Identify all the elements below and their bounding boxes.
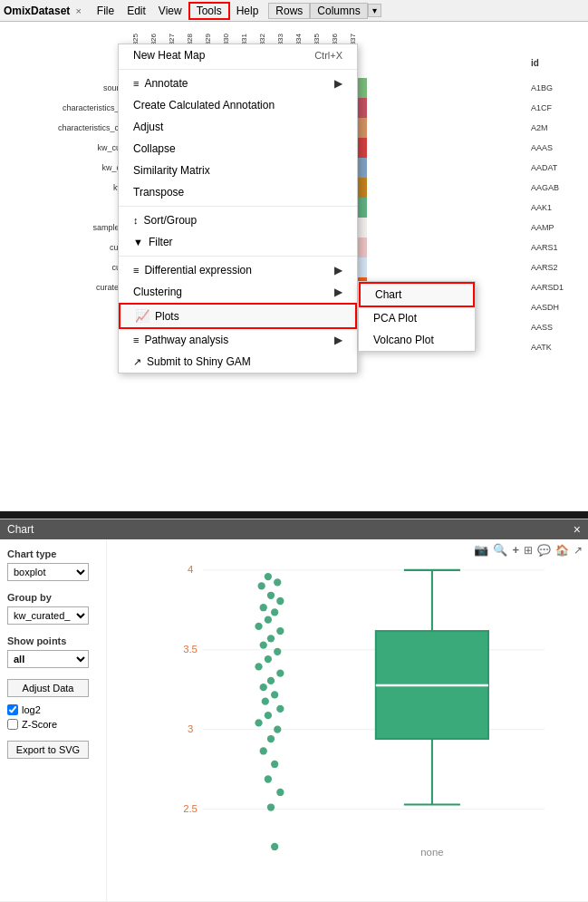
app-title: OmixDataset [4,5,70,17]
dropdown-item-create-annotation[interactable]: Create Calculated Annotation [119,94,357,116]
chart-panel: Chart × Chart type boxplot violin bar Gr… [0,519,588,901]
dropdown-item-shiny[interactable]: ↗Submit to Shiny GAM [119,351,357,373]
log2-label: log2 [22,704,41,715]
row-label: source [0,78,131,98]
svg-point-30 [255,719,262,726]
svg-point-16 [255,623,262,630]
svg-point-37 [267,803,275,810]
group-by-control-group: kw_curated_ [7,606,99,625]
dropdown-item-newheatmap[interactable]: New Heat Map Ctrl+X [119,44,357,66]
row-labels: source characteristics_ch characteristic… [0,78,131,297]
svg-point-28 [276,705,284,713]
svg-point-32 [267,735,275,742]
row-label: curat [0,238,131,257]
row-label: characteristics_ch1 [0,118,131,138]
show-points-control-group: all none outliers [7,650,99,668]
dropdown-item-similarity[interactable]: Similarity Matrix [119,160,357,181]
svg-point-13 [260,604,267,611]
plus-icon[interactable]: + [512,543,519,557]
log2-checkbox[interactable] [7,704,18,715]
menu-file[interactable]: File [91,4,120,18]
chart-area: 📷 🔍 + ⊞ 💬 🏠 ↗ 4 3.5 3 2.5 [107,539,588,902]
svg-point-10 [258,582,265,589]
export-svg-button[interactable]: Export to SVG [7,741,89,759]
chart-toolbar: 📷 🔍 + ⊞ 💬 🏠 ↗ [474,543,583,557]
menu-columns[interactable]: Columns [310,3,367,19]
svg-point-23 [276,669,284,676]
dropdown-item-clustering[interactable]: Clustering ▶ [119,281,357,303]
row-label: g [0,198,131,218]
show-points-label: Show points [7,635,99,646]
separator-bar [0,511,588,519]
row-label: kw_cur [0,158,131,178]
svg-point-29 [265,712,272,719]
svg-point-17 [276,627,284,635]
comment-icon[interactable]: 💬 [537,544,551,557]
dropdown-item-filter[interactable]: ▼Filter [119,231,357,253]
menu-tools[interactable]: Tools [188,2,230,20]
menu-help[interactable]: Help [230,4,265,18]
svg-point-11 [267,592,275,599]
row-label: sample_c [0,218,131,238]
dropdown-item-transpose[interactable]: Transpose [119,181,357,203]
svg-point-14 [271,608,278,616]
chart-body: Chart type boxplot violin bar Group by k… [0,539,588,902]
svg-point-21 [265,655,272,663]
chart-type-control-group: boxplot violin bar [7,563,99,581]
svg-point-34 [271,761,278,768]
menu-view[interactable]: View [152,4,188,18]
camera-icon[interactable]: 📷 [474,543,488,557]
boxplot-svg: 4 3.5 3 2.5 [152,547,581,875]
menu-edit[interactable]: Edit [120,4,152,18]
chart-title: Chart [7,523,34,536]
log2-checkbox-row: log2 [7,704,99,715]
app-close[interactable]: × [75,5,81,16]
show-points-select[interactable]: all none outliers [7,650,89,668]
svg-point-25 [260,684,267,691]
group-by-select[interactable]: kw_curated_ [7,606,89,625]
svg-point-27 [262,698,269,705]
svg-point-33 [260,747,267,754]
dropdown-item-pathway[interactable]: ≡Pathway analysis ▶ [119,329,357,351]
dropdown-item-sortgroup[interactable]: ↕Sort/Group [119,209,357,231]
submenu-item-chart[interactable]: Chart [359,282,475,307]
share-icon[interactable]: ↗ [574,544,583,557]
svg-point-35 [265,775,272,782]
row-label: curated_ [0,277,131,297]
zscore-checkbox[interactable] [7,719,18,730]
svg-text:2.5: 2.5 [183,803,198,814]
svg-point-9 [274,578,281,586]
row-label: characteristics_ch [0,98,131,118]
dropdown-item-annotate[interactable]: ≡Annotate ▶ [119,73,357,94]
home-icon[interactable]: 🏠 [555,544,569,557]
tools-dropdown: New Heat Map Ctrl+X ≡Annotate ▶ Create C… [118,44,358,373]
gene-list: A1BG A1CF A2M AAAS AADAT AAGAB AAK1 AAMP… [531,78,581,357]
svg-point-20 [274,648,281,655]
submenu-item-volcano[interactable]: Volcano Plot [359,329,475,351]
dropdown-item-plots[interactable]: 📈Plots [119,303,357,329]
zoom-icon[interactable]: 🔍 [493,543,507,557]
grid-icon[interactable]: ⊞ [524,544,533,557]
row-label: kw_cura [0,138,131,158]
dropdown-item-collapse[interactable]: Collapse [119,138,357,160]
menu-rows[interactable]: Rows [268,3,310,19]
svg-point-38 [271,843,278,850]
adjust-data-button[interactable]: Adjust Data [7,679,89,697]
dropdown-item-adjust[interactable]: Adjust [119,116,357,138]
submenu-item-pca[interactable]: PCA Plot [359,307,475,329]
svg-point-36 [276,789,284,796]
chart-type-select[interactable]: boxplot violin bar [7,563,89,581]
svg-point-19 [260,641,267,648]
svg-text:4: 4 [188,564,193,575]
chart-header: Chart × [0,519,588,539]
columns-arrow[interactable]: ▾ [368,4,381,17]
chart-close-button[interactable]: × [574,522,581,537]
zscore-checkbox-row: Z-Score [7,719,99,730]
zscore-label: Z-Score [22,719,57,730]
plots-submenu: Chart PCA Plot Volcano Plot [358,281,476,352]
svg-point-8 [265,573,272,580]
dropdown-item-differential[interactable]: ≡Differential expression ▶ [119,259,357,281]
svg-text:none: none [420,847,443,858]
row-label: cura [0,257,131,277]
row-label: kw_ [0,178,131,198]
